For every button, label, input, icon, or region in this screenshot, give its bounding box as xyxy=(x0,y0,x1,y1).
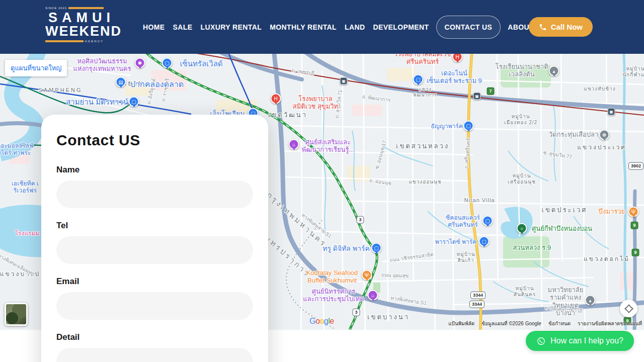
detail-input[interactable] xyxy=(56,348,253,362)
call-now-button[interactable]: Call Now xyxy=(529,17,593,37)
museum-marker-icon[interactable]: ⌂ xyxy=(289,139,299,150)
route-shield: 3 xyxy=(352,309,360,316)
route-shield: 3 xyxy=(356,216,364,224)
shopping-bag-marker-icon[interactable]: ▢ xyxy=(413,74,424,85)
map-label: หมู่บ้าน เมืองทอง 2/2 xyxy=(504,114,537,126)
map-label: วัดกระทุ่มเสือปลา xyxy=(549,131,598,138)
shopping-bag-marker-icon[interactable]: ▢ xyxy=(479,236,490,247)
map-label: โรงพยาบาล สมิติเวช สุขุมวิท xyxy=(293,95,338,111)
nav-item-sale[interactable]: SALE xyxy=(172,16,194,38)
nav-item-development[interactable]: DEVELOPMENT xyxy=(372,16,430,38)
route-shield: 3344 xyxy=(470,292,486,299)
email-input[interactable] xyxy=(56,292,253,320)
detail-label: Detail xyxy=(56,333,253,341)
restaurant-marker-icon[interactable]: Ψ xyxy=(362,270,372,281)
train-marker-icon[interactable]: ▣ xyxy=(608,108,615,116)
school-marker-icon[interactable]: ▴ xyxy=(549,66,559,76)
fullscreen-button[interactable] xyxy=(620,300,637,317)
field-detail: Detail xyxy=(56,333,253,362)
terms-link[interactable]: ข้อกำหนด xyxy=(548,320,571,327)
contact-form-card: Contact US NameTelEmailDetail xyxy=(41,115,268,362)
map-label: สวนหลวง ร.9 xyxy=(513,244,551,251)
map-label: เขตประเวศ xyxy=(542,206,588,214)
map-data-copyright: ข้อมูลแผนที่ ©2026 Google xyxy=(481,320,541,327)
keyboard-shortcuts-link[interactable]: แป้นพิมพ์ลัด xyxy=(448,320,474,327)
shopping-bag-marker-icon[interactable]: ▢ xyxy=(162,58,173,68)
map-label: มหาวิทยาลัย รามคำแหง วิทยาเขต บางนา xyxy=(548,286,584,317)
shopping-bag-marker-icon[interactable]: ▢ xyxy=(463,121,474,131)
map-label: หอศิลปวัฒนธรรม แห่งกรุงเทพมหานคร xyxy=(73,57,131,73)
logo-line1: SAMUI xyxy=(45,11,104,25)
map-label: เขตบางนา xyxy=(367,313,410,321)
train-marker-icon[interactable]: ▣ xyxy=(473,93,481,100)
google-logo-letter: g xyxy=(324,317,328,325)
nav-item-home[interactable]: HOME xyxy=(142,16,166,38)
map-label: ซีคอนสแควร์ ศรีนครินทร์ xyxy=(446,214,480,228)
route-shield: 3344 xyxy=(469,301,485,308)
name-label: Name xyxy=(56,166,253,174)
museum-marker-icon[interactable]: ⌂ xyxy=(368,290,378,301)
field-name: Name xyxy=(56,166,253,208)
nav-item-land[interactable]: LAND xyxy=(344,16,366,38)
map-label: เขตสวนหลวง xyxy=(396,142,449,150)
shopping-bag-marker-icon[interactable]: ▢ xyxy=(129,97,139,107)
map-label: ศูนย์ส่งเสริมและ พัฒนาการเรียนรู้... xyxy=(302,138,354,154)
chat-label: How can I help you? xyxy=(550,336,623,345)
logo-accent-bar xyxy=(68,7,104,9)
nav-item-contact-us[interactable]: CONTACT US xyxy=(436,16,501,39)
park-marker-icon[interactable]: ○ xyxy=(517,223,527,234)
satellite-toggle-thumbnail[interactable] xyxy=(5,303,28,326)
school-marker-icon[interactable]: ▴ xyxy=(585,295,596,306)
map-label: โรงแรมม xyxy=(15,230,40,237)
field-tel: Tel xyxy=(56,222,253,264)
nav-item-luxury-rental[interactable]: LUXURY RENTAL xyxy=(200,16,263,38)
map-label: บึงมารวย xyxy=(599,208,625,215)
phone-icon xyxy=(539,23,547,31)
map-label: เซ็นทรัลเวิลด์ xyxy=(180,59,222,68)
train-marker-icon[interactable]: ▣ xyxy=(340,77,348,85)
whatsapp-chat-button[interactable]: How can I help you? xyxy=(526,331,634,351)
form-fields: NameTelEmailDetail xyxy=(56,166,253,362)
google-logo-letter: e xyxy=(330,317,334,325)
google-logo[interactable]: Google xyxy=(309,317,334,326)
cart-marker-icon[interactable]: ▤ xyxy=(116,77,126,87)
view-larger-map-link[interactable]: ดูแผนที่ขนาดใหญ่ xyxy=(5,60,67,76)
map-label: หมู่บ้าน นักกีฬาแห xyxy=(622,66,644,78)
shopping-bag-marker-icon[interactable]: ▢ xyxy=(482,216,493,226)
site-header: SINCE 2021 SAMUI WEEKEND AGENCY HOMESALE… xyxy=(0,0,644,54)
nav-item-monthly-rental[interactable]: MONTHLY RENTAL xyxy=(269,16,338,38)
call-now-label: Call Now xyxy=(551,23,583,31)
report-map-error-link[interactable]: รายงานข้อผิดพลาดของแผนที่ xyxy=(578,320,642,327)
map-label: Niran Villa xyxy=(464,197,495,204)
map-label: แขวง พัฒนาการ xyxy=(413,87,437,98)
page: สยามSAMPHENGเขตวัฒนาเขตสวนหลวงเขตประเวศแ… xyxy=(0,0,644,362)
map-label: ปากคลองตลาด xyxy=(130,80,184,89)
field-email: Email xyxy=(56,278,253,320)
map-label: เดอะมอลล์ไลฟ์ สโตร์ ท่าพระ xyxy=(0,142,34,156)
map-label: สามย่าน มิตรทาวน์ xyxy=(66,98,128,107)
temple-marker-icon[interactable]: ☸ xyxy=(599,130,610,140)
map-label: Kodtalay Seafood Buffet Sukhumvit xyxy=(306,269,358,285)
map-attribution: แป้นพิมพ์ลัด ข้อมูลแผนที่ ©2026 Google ข… xyxy=(448,320,642,327)
map-label: แขวงดอกไม้ xyxy=(584,255,630,262)
logo-since-text: SINCE 2021 xyxy=(45,7,67,10)
map-label: แขวงอ่อนนุช xyxy=(409,179,441,185)
palette-marker-icon[interactable]: ✱ xyxy=(135,58,145,68)
map-label: โรงพยาบาลสมิติเวช ศรีนครินทร์ xyxy=(394,54,451,65)
map-label: เอเชียทีค เ ริเวอร์ฟร xyxy=(12,180,39,194)
map-label: แขวงทับข้าง xyxy=(584,86,615,92)
tel-input[interactable] xyxy=(56,236,253,264)
name-input[interactable] xyxy=(56,180,253,208)
site-logo[interactable]: SINCE 2021 SAMUI WEEKEND AGENCY xyxy=(45,7,104,43)
hospital-marker-icon[interactable]: H xyxy=(271,94,281,104)
shopping-bag-marker-icon[interactable]: ▢ xyxy=(371,243,382,253)
map-label: SAMPHENG xyxy=(39,87,83,94)
map-label: โรงเรียนนานาชาติ เวลลิงตัน xyxy=(495,63,548,78)
route-shield: 3902 xyxy=(628,162,643,170)
fullscreen-arrows-icon xyxy=(623,303,634,314)
main-nav: HOMESALELUXURY RENTALMONTHLY RENTALLANDD… xyxy=(142,0,547,54)
logo-line2: WEEKEND xyxy=(45,25,104,38)
restaurant-marker-icon[interactable]: Ψ xyxy=(628,207,639,217)
map-label: ทรู ดิจิทัล พาร์ค xyxy=(323,244,370,253)
map-label: ธัญญาพาร์ค xyxy=(431,123,463,130)
